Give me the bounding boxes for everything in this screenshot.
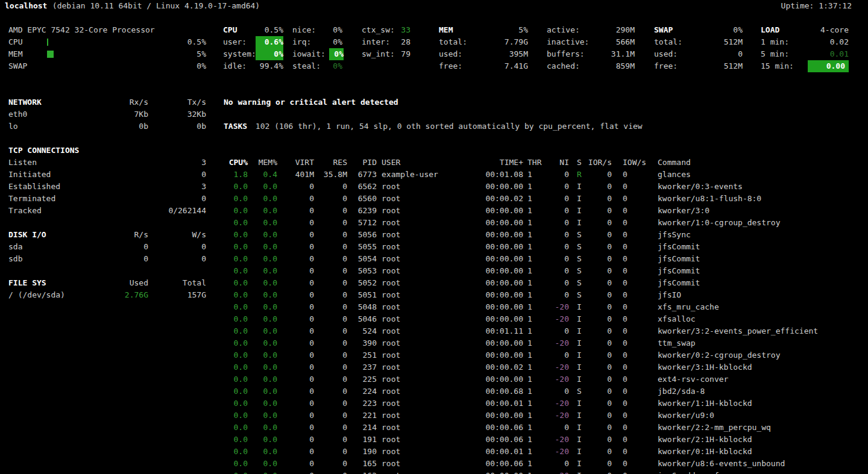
proc-ior: 0 <box>585 446 612 458</box>
proc-ior: 0 <box>585 349 612 361</box>
proc-command: kworker/3:0 <box>658 205 709 217</box>
proc-nice: 0 <box>542 193 569 205</box>
proc-nice: -20 <box>542 446 569 458</box>
proc-virt: 0 <box>284 241 314 253</box>
proc-virt: 0 <box>284 289 314 301</box>
proc-thr-header: THR <box>527 157 541 169</box>
proc-iow: 0 <box>623 205 627 217</box>
proc-cpu-percent: 0.0 <box>218 241 248 253</box>
proc-res: 0 <box>317 277 347 289</box>
proc-nice: -20 <box>542 313 569 325</box>
proc-command: jfsSync <box>658 229 691 241</box>
process-row: 0.00.000237root00:00.021-20I00kworker/3:… <box>0 361 868 373</box>
proc-ior: 0 <box>585 289 612 301</box>
rx-value: 7Kb <box>112 108 148 120</box>
process-row: 0.00.0005054root00:00.0010S00jfsCommit <box>0 253 868 265</box>
proc-cpu-percent: 0.0 <box>218 470 248 474</box>
proc-time: 00:00.01 <box>463 398 523 410</box>
proc-command: ipv6_addrconf <box>658 470 719 474</box>
proc-iow: 0 <box>623 458 627 470</box>
proc-virt: 0 <box>284 205 314 217</box>
proc-state: I <box>577 217 582 229</box>
proc-mem-percent: 0.0 <box>250 349 277 361</box>
proc-user: root <box>382 470 400 474</box>
proc-mem-percent: 0.0 <box>250 434 277 446</box>
proc-ior: 0 <box>585 181 612 193</box>
proc-state: I <box>577 446 582 458</box>
proc-pid: 225 <box>350 373 377 385</box>
proc-ior: 0 <box>585 253 612 265</box>
proc-pid: 5055 <box>350 241 377 253</box>
proc-user: root <box>382 193 400 205</box>
proc-pid: 190 <box>350 446 377 458</box>
proc-iow: 0 <box>623 325 627 337</box>
proc-command: kworker/3:1H-kblockd <box>658 361 752 373</box>
proc-res: 0 <box>317 217 347 229</box>
load-panel-title: LOAD <box>761 24 779 36</box>
proc-user: root <box>382 217 400 229</box>
proc-virt: 0 <box>284 373 314 385</box>
proc-user: root <box>382 349 400 361</box>
proc-nice: -20 <box>542 410 569 422</box>
load-5min-value: 0.01 <box>794 48 849 60</box>
proc-virt: 0 <box>284 458 314 470</box>
alert-message: No warning or critical alert detected <box>224 96 398 108</box>
proc-ior: 0 <box>585 458 612 470</box>
proc-command: ext4-rsv-conver <box>658 373 728 385</box>
proc-time: 00:00.00 <box>463 313 523 325</box>
process-row: 0.00.000524root00:01.1110I00kworker/3:2-… <box>0 325 868 337</box>
proc-mem-percent: 0.0 <box>250 325 277 337</box>
proc-state: I <box>577 349 582 361</box>
proc-nice: 0 <box>542 181 569 193</box>
proc-thr: 1 <box>527 169 532 181</box>
proc-mem-percent: 0.0 <box>250 398 277 410</box>
proc-thr: 1 <box>527 434 532 446</box>
proc-user: root <box>382 289 400 301</box>
proc-nice: 0 <box>542 385 569 398</box>
proc-iow: 0 <box>623 349 627 361</box>
proc-res: 0 <box>317 313 347 325</box>
proc-iow: 0 <box>623 422 627 434</box>
proc-command: jbd2/sda-8 <box>658 385 705 398</box>
header-line: localhost (debian 10.11 64bit / Linux 4.… <box>0 0 868 12</box>
proc-cpu-percent: 0.0 <box>218 301 248 313</box>
proc-pid: 165 <box>350 458 377 470</box>
proc-command: ttm_swap <box>658 337 696 349</box>
proc-user: root <box>382 398 400 410</box>
proc-res: 0 <box>317 434 347 446</box>
proc-state: I <box>577 398 582 410</box>
load-15min-label: 15 min: <box>761 60 794 72</box>
proc-mem-percent: 0.0 <box>250 385 277 398</box>
proc-nice: 0 <box>542 458 569 470</box>
proc-state: I <box>577 301 582 313</box>
proc-cpu-percent: 0.0 <box>218 265 248 277</box>
proc-virt: 0 <box>284 385 314 398</box>
proc-time: 00:00.00 <box>463 229 523 241</box>
glances-terminal: localhost (debian 10.11 64bit / Linux 4.… <box>0 0 868 474</box>
proc-ior: 0 <box>585 229 612 241</box>
proc-mem-percent: 0.0 <box>250 217 277 229</box>
proc-iow: 0 <box>623 301 627 313</box>
proc-cpu-percent-header: CPU% <box>218 157 248 169</box>
proc-cpu-percent: 0.0 <box>218 337 248 349</box>
proc-ior: 0 <box>585 277 612 289</box>
proc-iow: 0 <box>623 410 627 422</box>
proc-user: root <box>382 446 400 458</box>
proc-time: 00:00.00 <box>463 181 523 193</box>
proc-res: 0 <box>317 349 347 361</box>
proc-time: 00:00.00 <box>463 349 523 361</box>
proc-pid-header: PID <box>350 157 377 169</box>
proc-virt: 0 <box>284 361 314 373</box>
hostname: localhost <box>5 0 47 12</box>
proc-virt: 0 <box>284 265 314 277</box>
proc-nice: 0 <box>542 229 569 241</box>
proc-res: 0 <box>317 301 347 313</box>
proc-cpu-percent: 0.0 <box>218 373 248 385</box>
proc-state: I <box>577 205 582 217</box>
proc-time: 00:00.06 <box>463 434 523 446</box>
proc-state: I <box>577 313 582 325</box>
proc-time: 00:00.00 <box>463 373 523 385</box>
proc-pid: 5046 <box>350 313 377 325</box>
proc-mem-percent: 0.0 <box>250 458 277 470</box>
proc-nice: -20 <box>542 301 569 313</box>
